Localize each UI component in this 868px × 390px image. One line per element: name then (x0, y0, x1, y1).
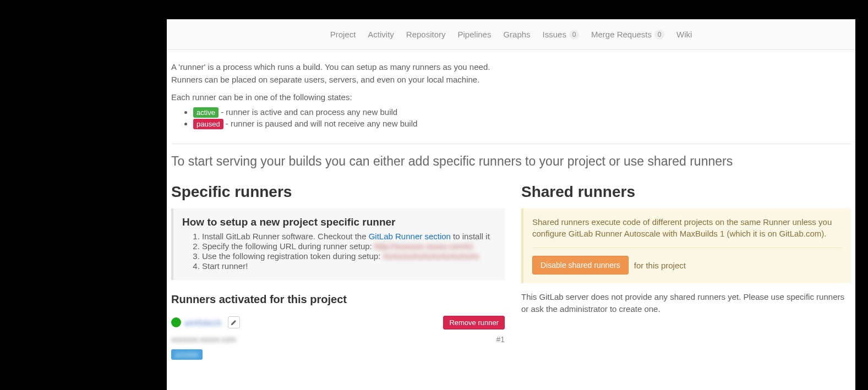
shared-note: This GitLab server does not provide any … (521, 291, 851, 315)
howto-step-1: Install GitLab Runner software. Checkout… (202, 232, 496, 241)
intro-line-1: A 'runner' is a process which runs a bui… (171, 61, 851, 74)
shared-panel-text: Shared runners execute code of different… (532, 216, 842, 240)
nav-merge-requests[interactable]: Merge Requests 0 (591, 30, 664, 40)
top-nav: Project Activity Repository Pipelines Gr… (167, 19, 855, 50)
shared-panel: Shared runners execute code of different… (521, 208, 851, 284)
runner-left: a445da16 (171, 316, 240, 328)
specific-runners-title: Specific runners (171, 183, 505, 201)
nav-mr-count: 0 (654, 30, 664, 40)
step1-post: to install it (451, 232, 490, 241)
divider (171, 144, 851, 144)
nav-repository[interactable]: Repository (406, 30, 446, 39)
specific-runners-column: Specific runners How to setup a new proj… (171, 183, 505, 360)
step2-text: Specify the following URL during runner … (202, 241, 374, 251)
nav-graphs[interactable]: Graphs (503, 30, 530, 39)
active-desc: - runner is active and can process any n… (219, 107, 397, 117)
shared-panel-divider (532, 248, 842, 248)
paused-desc: - runner is paused and will not receive … (223, 119, 418, 128)
nav-mr-label: Merge Requests (591, 30, 652, 39)
activated-runners-title: Runners activated for this project (171, 293, 505, 306)
runner-host-redacted: xxxxxxx.xxxxx.com (171, 335, 236, 344)
nav-issues-label: Issues (543, 30, 566, 39)
intro-states-line: Each runner can be in one of the followi… (171, 91, 851, 104)
active-badge: active (193, 107, 219, 118)
howto-step-4: Start runner! (202, 261, 496, 271)
runner-number: #1 (496, 335, 505, 344)
columns: Specific runners How to setup a new proj… (171, 183, 851, 360)
nav-issues[interactable]: Issues 0 (543, 30, 579, 40)
disable-shared-runners-button[interactable]: Disable shared runners (532, 256, 629, 274)
pencil-icon (231, 320, 237, 326)
runner-status-dot-icon (171, 317, 181, 327)
nav-project[interactable]: Project (330, 30, 356, 39)
for-this-project-text: for this project (634, 261, 686, 270)
howto-steps: Install GitLab Runner software. Checkout… (202, 232, 496, 271)
step3-text: Use the following registration token dur… (202, 251, 383, 261)
remove-runner-button[interactable]: Remove runner (443, 316, 505, 329)
nav-issues-count: 0 (569, 30, 579, 40)
nav-wiki[interactable]: Wiki (676, 30, 692, 39)
howto-panel: How to setup a new project specific runn… (171, 208, 505, 280)
shared-runners-title: Shared runners (521, 183, 851, 201)
state-active-item: active - runner is active and can proces… (193, 107, 851, 118)
paused-badge: paused (193, 119, 223, 129)
app-window: Project Activity Repository Pipelines Gr… (167, 19, 855, 390)
edit-runner-button[interactable] (228, 316, 240, 328)
intro-block: A 'runner' is a process which runs a bui… (171, 61, 851, 129)
howto-title: How to setup a new project specific runn… (182, 216, 496, 228)
gitlab-runner-link[interactable]: GitLab Runner section (369, 232, 451, 241)
intro-line-2: Runners can be placed on separate users,… (171, 74, 851, 86)
setup-url-redacted: http://xxxxxxx.xxxxx.com/ci (374, 241, 473, 251)
howto-step-2: Specify the following URL during runner … (202, 241, 496, 251)
runner-id-redacted[interactable]: a445da16 (184, 318, 221, 327)
nav-activity[interactable]: Activity (368, 30, 394, 39)
step1-pre: Install GitLab Runner software. Checkout… (202, 232, 369, 241)
howto-step-3: Use the following registration token dur… (202, 251, 496, 261)
runner-tag-redacted: ansible (171, 349, 203, 360)
shared-action-row: Disable shared runners for this project (532, 256, 842, 274)
registration-token-redacted: XxXxXxXxXxXxXxXxXxXx (383, 251, 479, 261)
runner-row: a445da16 Remove runner (171, 316, 505, 329)
runner-meta: xxxxxxx.xxxxx.com #1 (171, 335, 505, 344)
page-content: A 'runner' is a process which runs a bui… (167, 50, 855, 360)
lead-text: To start serving your builds you can eit… (171, 154, 851, 169)
shared-runners-column: Shared runners Shared runners execute co… (521, 183, 851, 360)
runner-states-list: active - runner is active and can proces… (193, 107, 851, 129)
state-paused-item: paused - runner is paused and will not r… (193, 119, 851, 129)
nav-pipelines[interactable]: Pipelines (458, 30, 492, 39)
